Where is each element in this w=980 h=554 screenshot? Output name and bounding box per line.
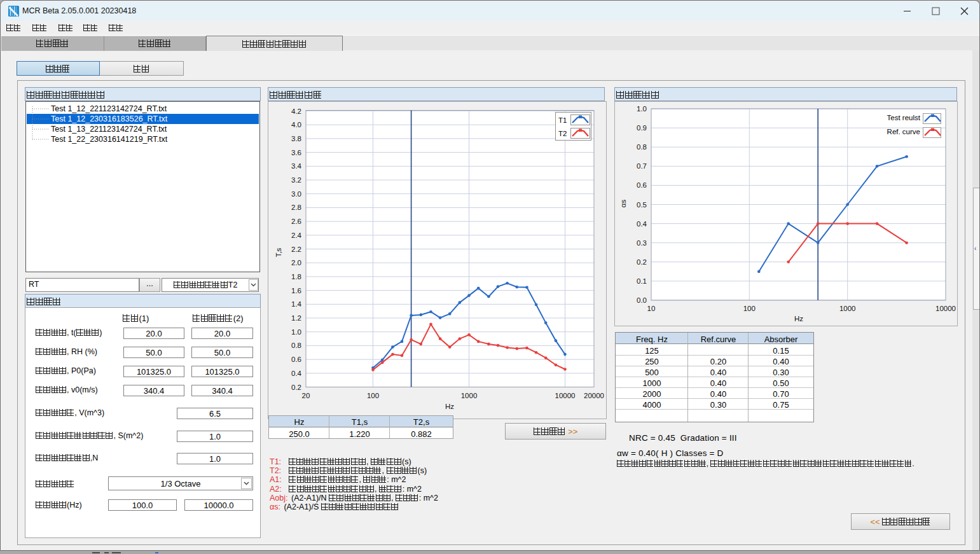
svg-text:0.4: 0.4 bbox=[637, 220, 647, 228]
svg-text:3.0: 3.0 bbox=[291, 190, 301, 198]
svg-text:0.7: 0.7 bbox=[637, 162, 647, 170]
svg-text:Hz: Hz bbox=[445, 403, 454, 410]
svg-text:1000: 1000 bbox=[461, 392, 478, 399]
svg-text:2.0: 2.0 bbox=[291, 259, 301, 267]
svg-text:αs: αs bbox=[619, 200, 627, 208]
svg-text:0.4: 0.4 bbox=[291, 370, 302, 377]
svg-text:2.6: 2.6 bbox=[291, 218, 301, 225]
svg-text:0.5: 0.5 bbox=[637, 201, 647, 209]
svg-text:3.8: 3.8 bbox=[291, 135, 301, 142]
svg-text:4.0: 4.0 bbox=[291, 121, 301, 128]
svg-text:1.4: 1.4 bbox=[291, 300, 302, 308]
svg-text:3.4: 3.4 bbox=[291, 162, 302, 170]
svg-text:1.2: 1.2 bbox=[291, 314, 301, 322]
svg-text:10000: 10000 bbox=[555, 392, 576, 399]
svg-text:4.2: 4.2 bbox=[291, 107, 301, 115]
svg-text:0.2: 0.2 bbox=[291, 384, 301, 391]
svg-text:3.2: 3.2 bbox=[291, 176, 301, 184]
svg-text:0.0: 0.0 bbox=[637, 296, 647, 304]
svg-text:2.2: 2.2 bbox=[291, 246, 301, 253]
svg-text:Hz: Hz bbox=[794, 315, 803, 322]
svg-text:100: 100 bbox=[743, 305, 756, 312]
svg-text:0.8: 0.8 bbox=[291, 342, 301, 349]
svg-text:10000: 10000 bbox=[935, 305, 956, 312]
svg-text:1.0: 1.0 bbox=[637, 105, 647, 113]
svg-text:1.6: 1.6 bbox=[291, 287, 301, 294]
svg-text:1000: 1000 bbox=[839, 305, 856, 312]
svg-text:1.0: 1.0 bbox=[291, 328, 301, 336]
svg-text:0.1: 0.1 bbox=[637, 277, 647, 285]
svg-text:0.9: 0.9 bbox=[637, 124, 647, 132]
svg-text:T,s: T,s bbox=[275, 247, 282, 257]
svg-text:100: 100 bbox=[367, 392, 379, 399]
svg-text:3.6: 3.6 bbox=[291, 149, 301, 156]
svg-text:0.6: 0.6 bbox=[637, 181, 647, 189]
svg-text:0.2: 0.2 bbox=[637, 258, 647, 266]
svg-text:0.6: 0.6 bbox=[291, 356, 301, 363]
svg-text:2.8: 2.8 bbox=[291, 204, 301, 211]
svg-text:2.4: 2.4 bbox=[291, 232, 302, 239]
svg-text:10: 10 bbox=[647, 305, 656, 312]
svg-text:20: 20 bbox=[302, 392, 310, 399]
svg-text:0.8: 0.8 bbox=[637, 143, 647, 151]
svg-text:20000: 20000 bbox=[584, 392, 604, 399]
svg-text:1.8: 1.8 bbox=[291, 273, 301, 280]
svg-text:0.3: 0.3 bbox=[637, 239, 647, 247]
